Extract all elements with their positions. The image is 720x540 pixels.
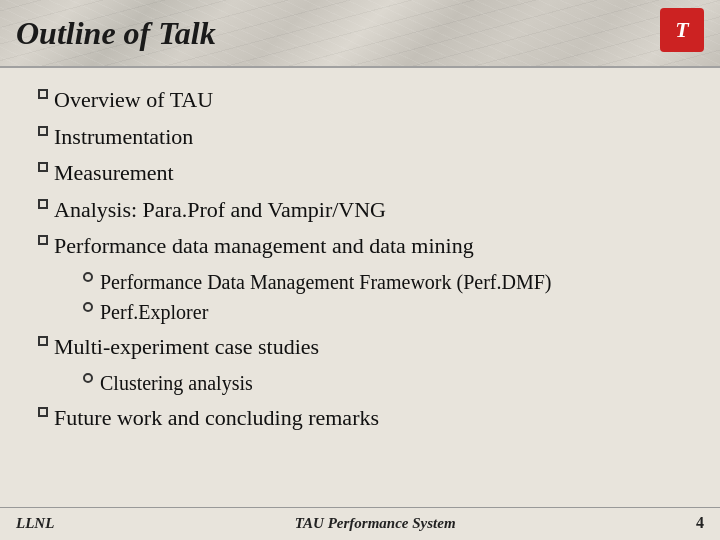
sub-items-2: Clustering analysis bbox=[76, 370, 688, 400]
bullet-marker-3 bbox=[32, 162, 54, 172]
bullet-text-future: Future work and concluding remarks bbox=[54, 404, 379, 433]
bullet-item-multi: Multi-experiment case studies bbox=[32, 333, 688, 362]
bullet-marker-4 bbox=[32, 199, 54, 209]
sub-text-1-1: Performance Data Management Framework (P… bbox=[100, 269, 552, 295]
sub-text-2-1: Clustering analysis bbox=[100, 370, 253, 396]
bullet-marker-5 bbox=[32, 235, 54, 245]
square-icon-5 bbox=[38, 235, 48, 245]
bullet-text-1: Overview of TAU bbox=[54, 86, 213, 115]
slide-title: Outline of Talk bbox=[16, 15, 216, 52]
sub-items-1: Performance Data Management Framework (P… bbox=[76, 269, 688, 329]
bullet-item-1: Overview of TAU bbox=[32, 86, 688, 115]
bullet-marker-2 bbox=[32, 126, 54, 136]
slide: Outline of Talk T Overview of TAU Instru… bbox=[0, 0, 720, 540]
square-icon-2 bbox=[38, 126, 48, 136]
slide-footer: LLNL TAU Performance System 4 bbox=[0, 507, 720, 540]
square-icon-3 bbox=[38, 162, 48, 172]
footer-page-number: 4 bbox=[696, 514, 704, 532]
bullet-item-2: Instrumentation bbox=[32, 123, 688, 152]
slide-header: Outline of Talk T bbox=[0, 0, 720, 68]
sub-marker-2-1 bbox=[76, 373, 100, 383]
bullet-item-3: Measurement bbox=[32, 159, 688, 188]
footer-left-label: LLNL bbox=[16, 515, 54, 532]
bullet-text-5: Performance data management and data min… bbox=[54, 232, 474, 261]
sub-item-2-1: Clustering analysis bbox=[76, 370, 688, 396]
bullet-item-4: Analysis: Para.Prof and Vampir/VNG bbox=[32, 196, 688, 225]
bullet-marker-1 bbox=[32, 89, 54, 99]
logo-letter: T bbox=[675, 17, 688, 43]
square-icon-1 bbox=[38, 89, 48, 99]
bullet-text-multi: Multi-experiment case studies bbox=[54, 333, 319, 362]
square-icon-4 bbox=[38, 199, 48, 209]
sub-item-1-2: Perf.Explorer bbox=[76, 299, 688, 325]
circle-icon-1-1 bbox=[83, 272, 93, 282]
footer-center-label: TAU Performance System bbox=[295, 515, 456, 532]
bullet-marker-future bbox=[32, 407, 54, 417]
tau-logo: T bbox=[660, 8, 704, 52]
sub-marker-1-2 bbox=[76, 302, 100, 312]
bullet-marker-multi bbox=[32, 336, 54, 346]
bullet-text-2: Instrumentation bbox=[54, 123, 193, 152]
circle-icon-2-1 bbox=[83, 373, 93, 383]
slide-content: Overview of TAU Instrumentation Measurem… bbox=[0, 68, 720, 507]
square-icon-multi bbox=[38, 336, 48, 346]
bullet-text-3: Measurement bbox=[54, 159, 174, 188]
sub-marker-1-1 bbox=[76, 272, 100, 282]
square-icon-future bbox=[38, 407, 48, 417]
circle-icon-1-2 bbox=[83, 302, 93, 312]
bullet-item-5: Performance data management and data min… bbox=[32, 232, 688, 261]
bullet-text-4: Analysis: Para.Prof and Vampir/VNG bbox=[54, 196, 386, 225]
bullet-item-future: Future work and concluding remarks bbox=[32, 404, 688, 433]
sub-text-1-2: Perf.Explorer bbox=[100, 299, 208, 325]
sub-item-1-1: Performance Data Management Framework (P… bbox=[76, 269, 688, 295]
